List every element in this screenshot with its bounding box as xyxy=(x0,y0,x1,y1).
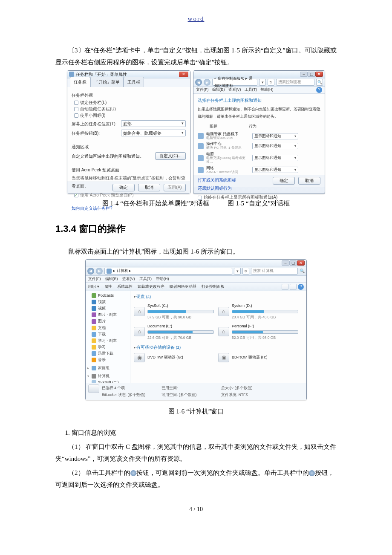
cmd-uninstall[interactable]: 卸载或更改程序 xyxy=(138,283,164,290)
behavior-select[interactable]: 显示图标和通知▾ xyxy=(252,155,298,161)
tab-taskbar[interactable]: 任务栏 xyxy=(70,77,90,87)
sidebar-computer[interactable]: ▾计算机 xyxy=(86,373,130,379)
link-system-icons[interactable]: 打开或关闭系统图标 xyxy=(198,178,236,182)
paragraph-doubleclick: 鼠标双击桌面上的“计算机”图标，出现如图 1-6 所示的窗口。 xyxy=(55,246,337,258)
drive-item[interactable]: ⌂Personal (F:)52.0 GB 可用，共 98.0 GB xyxy=(218,323,298,341)
drive-item[interactable]: ⌂System (D:)20.4 GB 可用，共 40.0 GB xyxy=(218,302,298,321)
menu-view[interactable]: 查看(V) xyxy=(122,275,135,283)
list-item-2: （2） 单击工具栏中的◄按钮，可返回到前一次浏览的文件夹或磁盘。单击工具栏中的►… xyxy=(55,467,337,491)
back-button[interactable]: ◄ xyxy=(87,268,94,275)
menu-file[interactable]: 文件(F) xyxy=(196,86,209,93)
sidebar-item[interactable]: 视频 xyxy=(86,299,130,305)
label-aeropeek: 使用 Aero Peek 预览桌面(P) xyxy=(80,193,134,197)
apply-button[interactable]: 应用(A) xyxy=(164,184,186,191)
menu-help[interactable]: 帮助(H) xyxy=(260,86,274,93)
behavior-select[interactable]: 显示图标和通知▾ xyxy=(252,167,298,173)
figures-row: 任务栏和「开始」菜单属性 ✕ 任务栏 「开始」菜单 工具栏 任务栏外观 锁定任务… xyxy=(55,70,337,194)
group-hard-disks[interactable]: ▾硬盘 (4) xyxy=(134,293,303,301)
maximize-button[interactable]: ▢ xyxy=(308,72,315,77)
col-icon: 图标 xyxy=(198,123,249,130)
sidebar-item[interactable]: 学习 xyxy=(86,344,130,350)
ok-button[interactable]: 确定 xyxy=(273,177,295,185)
cmd-sysprops[interactable]: 系统属性 xyxy=(117,283,133,290)
sidebar-item[interactable]: 音乐 xyxy=(86,357,130,363)
menu-view[interactable]: 查看(V) xyxy=(228,86,241,93)
close-button[interactable]: ✕ xyxy=(297,260,305,266)
sidebar-item[interactable]: 视频 xyxy=(86,305,130,312)
cmd-mapdrive[interactable]: 映射网络驱动器 xyxy=(170,283,196,290)
cmd-properties[interactable]: 属性 xyxy=(104,283,112,290)
back-button[interactable]: ◄ xyxy=(195,79,202,86)
cmd-controlpanel[interactable]: 打开控制面板 xyxy=(202,283,225,290)
search-icon[interactable]: 🔍 xyxy=(316,79,323,86)
search-icon[interactable]: 🔍 xyxy=(300,267,305,275)
refresh-button[interactable]: ▾ xyxy=(259,79,266,86)
forward-button[interactable]: ► xyxy=(96,268,103,275)
sidebar-item[interactable]: 学习 - 副本 xyxy=(86,338,130,344)
app-icon xyxy=(198,133,204,139)
removable-grid: ◉DVD RW 驱动器 (G:)◉BD-ROM 驱动器 (H:) xyxy=(134,353,303,362)
menu-tools[interactable]: 工具(T) xyxy=(245,86,257,93)
removable-drive-item[interactable]: ◉DVD RW 驱动器 (G:) xyxy=(134,353,214,362)
sidebar-item[interactable]: 图片 xyxy=(86,318,130,324)
search-input[interactable]: 搜索 计算机 xyxy=(251,268,298,275)
address-field[interactable]: ▸ 计算机 ▸ xyxy=(104,268,232,275)
checkbox-aeropeek[interactable] xyxy=(74,193,78,197)
tab-toolbars[interactable]: 工具栏 xyxy=(124,77,144,87)
behavior-select[interactable]: 显示图标和通知▾ xyxy=(252,143,298,149)
minimize-button[interactable]: – xyxy=(300,72,308,77)
close-button[interactable]: ✕ xyxy=(315,72,323,77)
label-position: 屏幕上的任务栏位置(T): xyxy=(72,120,118,128)
sidebar-item[interactable]: 迅雷下载 xyxy=(86,350,130,357)
dialog-body: 任务栏外观 锁定任务栏(L) 自动隐藏任务栏(U) 使用小图标(I) 屏幕上的任… xyxy=(67,87,190,182)
cancel-button[interactable]: 取消 xyxy=(298,177,320,185)
heading: 选择在任务栏上出现的图标和通知 xyxy=(198,96,320,104)
sidebar-homegroup[interactable]: ▸家庭组 xyxy=(86,365,130,371)
drive-item[interactable]: ⌂Document (E:)22.6 GB 可用，共 70.0 GB xyxy=(134,323,214,341)
help-icon[interactable]: ? xyxy=(298,284,304,290)
sidebar-item[interactable]: 文档 xyxy=(86,325,130,331)
checkbox-smallicons[interactable] xyxy=(74,113,78,118)
tab-startmenu[interactable]: 「开始」菜单 xyxy=(90,77,124,87)
group-removable[interactable]: ▾有可移动存储的设备 (2) xyxy=(134,344,303,351)
menu-edit[interactable]: 编辑(E) xyxy=(105,275,118,283)
sidebar-drive-c[interactable]: SysSoft (C:) xyxy=(86,379,130,383)
removable-drive-item[interactable]: ◉BD-ROM 驱动器 (H:) xyxy=(218,353,298,362)
minimize-button[interactable]: – xyxy=(282,260,289,266)
link-restore-default[interactable]: 还原默认图标行为 xyxy=(198,186,232,191)
view-mode-button[interactable] xyxy=(282,284,288,290)
select-position[interactable]: 底部▾ xyxy=(121,120,186,127)
close-button[interactable]: ✕ xyxy=(179,72,188,77)
refresh-button[interactable]: ↻ xyxy=(242,268,249,275)
address-field[interactable]: « 所有控制面板项 ▸ 通知区域图标 xyxy=(212,79,257,86)
dialog-customize-notifications: – ▢ ✕ ◄ ► « 所有控制面板项 ▸ 通知区域图标 ▾ ↻ 搜索控制面板 … xyxy=(193,70,325,194)
menu-tools[interactable]: 工具(T) xyxy=(139,275,152,283)
checkbox-autohide[interactable] xyxy=(74,107,78,111)
sidebar-item[interactable]: 下载 xyxy=(86,331,130,338)
cmd-organize[interactable]: 组织 ▾ xyxy=(88,283,99,290)
folder-icon xyxy=(92,332,96,337)
sidebar-item[interactable]: Podcasts xyxy=(86,292,130,299)
back-icon-inline: ◄ xyxy=(130,470,136,476)
behavior-select[interactable]: 显示图标和通知▾ xyxy=(252,133,298,139)
drive-item[interactable]: ⌂SysSoft (C:)37.9 GB 可用，共 90.0 GB xyxy=(134,302,214,321)
search-input[interactable]: 搜索控制面板 xyxy=(276,79,314,86)
status-selection: 已选择 4 个项 xyxy=(102,384,153,391)
maximize-button[interactable]: ▢ xyxy=(289,260,297,266)
sidebar-item[interactable]: 图片 - 副本 xyxy=(86,312,130,318)
explorer-body: Podcasts视频视频图片 - 副本图片文档下载学习 - 副本学习迅雷下载音乐… xyxy=(86,291,306,383)
ok-button[interactable]: 确定 xyxy=(112,184,135,191)
checkbox-lock[interactable] xyxy=(74,101,78,105)
drive-icon: ⌂ xyxy=(134,327,145,336)
menu-edit[interactable]: 编辑(E) xyxy=(212,86,225,93)
forward-button[interactable]: ► xyxy=(204,79,210,86)
preview-pane-button[interactable] xyxy=(290,284,297,290)
cancel-button[interactable]: 取消 xyxy=(138,184,160,191)
addr-dropdown[interactable]: ▾ xyxy=(234,268,241,275)
help-icon[interactable]: ? xyxy=(316,87,322,93)
customize-button[interactable]: 自定义(C)... xyxy=(155,152,186,160)
select-buttons[interactable]: 始终合并、隐藏标签▾ xyxy=(121,130,186,136)
refresh-icon[interactable]: ↻ xyxy=(268,79,274,86)
menu-file[interactable]: 文件(F) xyxy=(88,275,101,283)
menu-help[interactable]: 帮助(H) xyxy=(156,275,169,283)
